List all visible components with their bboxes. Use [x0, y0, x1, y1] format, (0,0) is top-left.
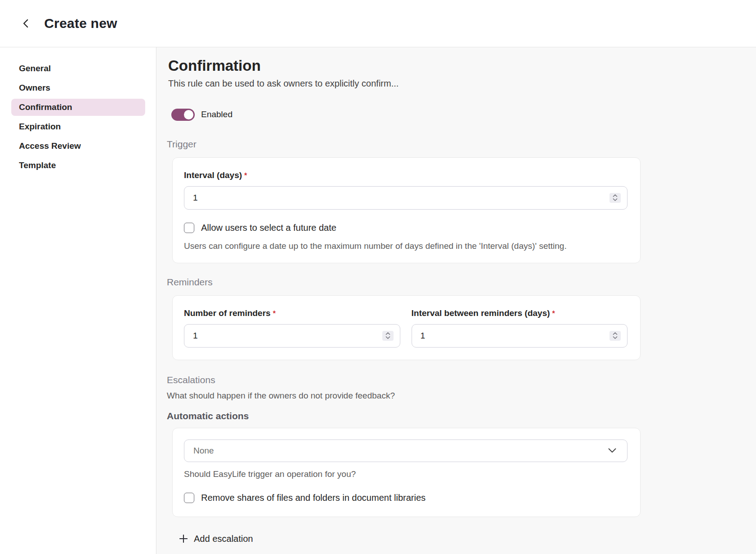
- app-window: Create new General Owners Confirmation E…: [0, 0, 756, 554]
- escalations-description: What should happen if the owners do not …: [167, 391, 756, 401]
- number-of-reminders-stepper[interactable]: [382, 331, 394, 341]
- sidebar: General Owners Confirmation Expiration A…: [0, 47, 156, 554]
- number-of-reminders-field: Number of reminders*: [184, 308, 400, 348]
- remove-shares-checkbox-label: Remove shares of files and folders in do…: [201, 493, 426, 503]
- interval-days-input-wrap: [184, 186, 628, 210]
- interval-days-stepper[interactable]: [609, 193, 621, 203]
- future-date-checkbox-row: Allow users to select a future date: [184, 223, 628, 233]
- plus-icon: [179, 535, 188, 543]
- automatic-actions-card: None Should EasyLife trigger an operatio…: [172, 428, 641, 517]
- toggle-knob-icon: [184, 110, 193, 119]
- remove-shares-checkbox-row: Remove shares of files and folders in do…: [184, 493, 628, 503]
- section-subtitle: This rule can be used to ask owners to e…: [168, 78, 756, 89]
- page-title: Create new: [44, 16, 117, 31]
- main-content: Confirmation This rule can be used to as…: [156, 47, 756, 554]
- sidebar-item-owners[interactable]: Owners: [11, 79, 145, 96]
- section-title: Confirmation: [168, 57, 756, 75]
- enabled-toggle[interactable]: [171, 109, 195, 121]
- reminder-interval-stepper[interactable]: [609, 331, 621, 341]
- escalations-section-heading: Escalations: [167, 375, 756, 385]
- reminders-section-heading: Reminders: [167, 277, 756, 288]
- enabled-toggle-label: Enabled: [201, 110, 233, 119]
- reminders-card: Number of reminders*: [172, 295, 641, 360]
- reminder-interval-field: Interval between reminders (days)*: [412, 308, 628, 348]
- remove-shares-checkbox[interactable]: [184, 493, 194, 503]
- stepper-up-down-icon: [613, 332, 618, 339]
- sidebar-item-access-review[interactable]: Access Review: [11, 137, 145, 155]
- number-of-reminders-input[interactable]: [184, 325, 400, 347]
- number-of-reminders-input-wrap: [184, 324, 400, 348]
- stepper-up-down-icon: [613, 194, 618, 201]
- sidebar-item-expiration[interactable]: Expiration: [11, 118, 145, 135]
- interval-help-text: Users can configure a date up to the max…: [184, 241, 628, 251]
- required-marker: *: [244, 172, 247, 179]
- sidebar-item-general[interactable]: General: [11, 60, 145, 77]
- chevron-down-icon: [608, 448, 616, 453]
- reminder-interval-input[interactable]: [412, 325, 628, 347]
- automatic-actions-heading: Automatic actions: [167, 411, 756, 421]
- trigger-card: Interval (days)* Al: [172, 157, 641, 263]
- stepper-up-down-icon: [385, 332, 390, 339]
- reminder-interval-label: Interval between reminders (days): [412, 308, 550, 318]
- sidebar-item-confirmation[interactable]: Confirmation: [11, 99, 145, 116]
- automatic-action-dropdown-value: None: [193, 446, 608, 456]
- future-date-checkbox-label: Allow users to select a future date: [201, 223, 336, 233]
- add-escalation-label: Add escalation: [194, 534, 253, 544]
- back-chevron-icon: [22, 18, 30, 28]
- interval-days-label: Interval (days): [184, 170, 242, 180]
- required-marker: *: [552, 310, 555, 317]
- dropdown-help-text: Should EasyLife trigger an operation for…: [184, 469, 628, 479]
- add-escalation-button[interactable]: Add escalation: [179, 534, 253, 544]
- interval-days-input[interactable]: [184, 187, 627, 209]
- top-header: Create new: [0, 0, 756, 47]
- body: General Owners Confirmation Expiration A…: [0, 47, 756, 554]
- number-of-reminders-label: Number of reminders: [184, 308, 270, 318]
- sidebar-item-template[interactable]: Template: [11, 157, 145, 174]
- required-marker: *: [273, 310, 275, 317]
- automatic-action-dropdown[interactable]: None: [184, 440, 628, 462]
- future-date-checkbox[interactable]: [184, 223, 194, 233]
- enabled-toggle-row: Enabled: [171, 109, 756, 121]
- back-button[interactable]: [19, 17, 32, 30]
- reminder-interval-input-wrap: [412, 324, 628, 348]
- trigger-section-heading: Trigger: [167, 139, 756, 150]
